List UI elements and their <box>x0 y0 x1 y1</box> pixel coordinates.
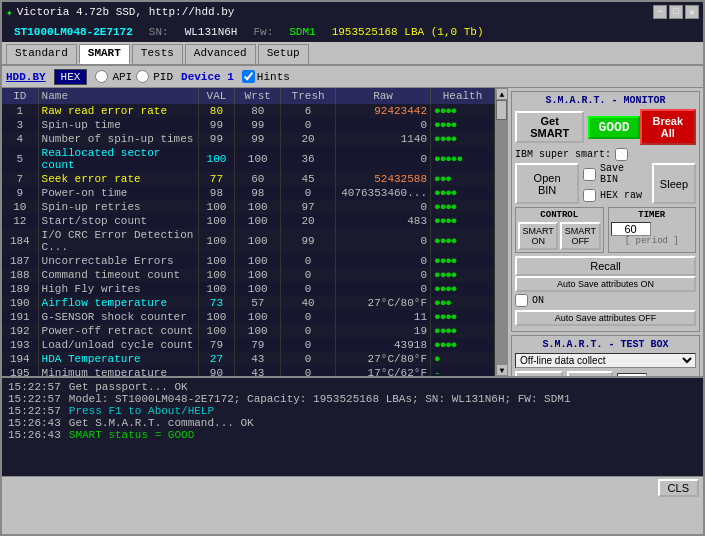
bottom-bar: CLS <box>2 476 703 498</box>
get-smart-button[interactable]: Get SMART <box>515 111 584 143</box>
pid-radio[interactable] <box>136 70 149 83</box>
open-bin-button[interactable]: Open BIN <box>515 163 579 204</box>
cell-health: ●●●● <box>431 282 495 296</box>
cell-name: I/O CRC Error Detection C... <box>38 228 198 254</box>
cell-id: 188 <box>2 268 38 282</box>
table-scrollbar[interactable]: ▲ ▼ <box>496 88 508 376</box>
period-label: [ period ] <box>611 236 694 246</box>
hex-raw-checkbox[interactable] <box>583 189 596 202</box>
log-message: Get passport... OK <box>69 381 188 393</box>
smart-on-button[interactable]: SMART ON <box>518 222 558 250</box>
cell-val: 100 <box>198 324 235 338</box>
tab-standard[interactable]: Standard <box>6 44 77 64</box>
cell-id: 193 <box>2 338 38 352</box>
hex-button[interactable]: HEX <box>54 69 88 85</box>
on-checkbox[interactable] <box>515 294 528 307</box>
cell-tresh: 0 <box>281 310 336 324</box>
abort-button[interactable]: Abort <box>567 371 613 376</box>
cell-name: HDA Temperature <box>38 352 198 366</box>
cell-val: 90 <box>198 366 235 376</box>
log-area: 15:22:57Get passport... OK15:22:57Model:… <box>2 376 703 476</box>
minimize-button[interactable]: − <box>653 5 667 19</box>
test-select[interactable]: Off-line data collect <box>515 353 696 368</box>
cell-name: Spin-up time <box>38 118 198 132</box>
tab-tests[interactable]: Tests <box>132 44 183 64</box>
api-radio[interactable] <box>95 70 108 83</box>
begin-button[interactable]: Begin <box>515 371 563 376</box>
cell-wrst: 99 <box>235 132 281 146</box>
cell-wrst: 57 <box>235 296 281 310</box>
app-icon: ✦ <box>6 6 13 19</box>
window-controls: − □ ✕ <box>653 5 699 19</box>
cell-tresh: 99 <box>281 228 336 254</box>
scroll-up-button[interactable]: ▲ <box>496 88 508 100</box>
cell-health: ●●● <box>431 296 495 310</box>
cell-id: 10 <box>2 200 38 214</box>
cell-val: 100 <box>198 228 235 254</box>
maximize-button[interactable]: □ <box>669 5 683 19</box>
col-wrst: Wrst <box>235 88 281 104</box>
app-title: Victoria 4.72b SSD, http://hdd.by <box>17 6 235 18</box>
table-row: 194 HDA Temperature 27 43 0 27°C/80°F ● <box>2 352 495 366</box>
fw-label: Fw: <box>245 24 281 40</box>
on-label: ON <box>532 295 544 306</box>
cell-raw: 19 <box>336 324 431 338</box>
auto-save-on-button[interactable]: Auto Save attributes ON <box>515 276 696 292</box>
cls-button[interactable]: CLS <box>658 479 699 497</box>
cell-wrst: 43 <box>235 366 281 376</box>
smart-table-body: 1 Raw read error rate 80 80 6 92423442 ●… <box>2 104 495 376</box>
timer-input[interactable] <box>611 222 651 236</box>
ibm-checkbox[interactable] <box>615 148 628 161</box>
log-time: 15:22:57 <box>8 381 61 393</box>
tab-advanced[interactable]: Advanced <box>185 44 256 64</box>
sleep-button[interactable]: Sleep <box>652 163 696 204</box>
table-row: 7 Seek error rate 77 60 45 52432588 ●●● <box>2 172 495 186</box>
cell-val: 100 <box>198 254 235 268</box>
cell-val: 99 <box>198 132 235 146</box>
cell-raw: 0 <box>336 228 431 254</box>
api-label: API <box>112 71 132 83</box>
cell-id: 194 <box>2 352 38 366</box>
test-box-title: S.M.A.R.T. - TEST BOX <box>515 339 696 350</box>
cell-tresh: 0 <box>281 186 336 200</box>
sn-label: SN: <box>141 24 177 40</box>
hints-checkbox[interactable] <box>242 70 255 83</box>
cell-val: 79 <box>198 338 235 352</box>
cell-id: 187 <box>2 254 38 268</box>
cell-raw: 92423442 <box>336 104 431 118</box>
cell-id: 5 <box>2 146 38 172</box>
recall-button[interactable]: Recall <box>515 256 696 276</box>
cell-raw: 52432588 <box>336 172 431 186</box>
scroll-down-button[interactable]: ▼ <box>496 364 508 376</box>
scroll-track[interactable] <box>496 100 507 364</box>
device1-label: Device 1 <box>181 71 234 83</box>
tab-smart[interactable]: SMART <box>79 44 130 64</box>
break-all-button[interactable]: Break All <box>640 109 696 145</box>
tab-setup[interactable]: Setup <box>258 44 309 64</box>
save-bin-checkbox[interactable] <box>583 168 596 181</box>
auto-save-off-button[interactable]: Auto Save attributes OFF <box>515 310 696 326</box>
col-raw: Raw <box>336 88 431 104</box>
close-button[interactable]: ✕ <box>685 5 699 19</box>
lba-info: 1953525168 LBA (1,0 Tb) <box>324 24 492 40</box>
table-row: 193 Load/unload cycle count 79 79 0 4391… <box>2 338 495 352</box>
cell-raw: 483 <box>336 214 431 228</box>
cell-val: 100 <box>198 268 235 282</box>
cell-tresh: 0 <box>281 366 336 376</box>
cell-wrst: 99 <box>235 118 281 132</box>
cell-tresh: 40 <box>281 296 336 310</box>
smart-table-container[interactable]: ID Name VAL Wrst Tresh Raw Health 1 Raw … <box>2 88 496 376</box>
cell-name: G-SENSOR shock counter <box>38 310 198 324</box>
cell-id: 190 <box>2 296 38 310</box>
cell-raw: 0 <box>336 118 431 132</box>
scroll-thumb[interactable] <box>496 100 507 120</box>
hddby-link[interactable]: HDD.BY <box>6 71 46 83</box>
table-row: 12 Start/stop count 100 100 20 483 ●●●● <box>2 214 495 228</box>
cell-id: 184 <box>2 228 38 254</box>
monitor-section: S.M.A.R.T. - MONITOR Get SMART GOOD Brea… <box>511 91 700 332</box>
log-line: 15:26:43Get S.M.A.R.T. command... OK <box>8 417 697 429</box>
cell-wrst: 100 <box>235 254 281 268</box>
smart-off-button[interactable]: SMART OFF <box>560 222 600 250</box>
toolbar2: HDD.BY HEX API PID Device 1 Hints <box>2 66 703 88</box>
cell-raw: 0 <box>336 254 431 268</box>
